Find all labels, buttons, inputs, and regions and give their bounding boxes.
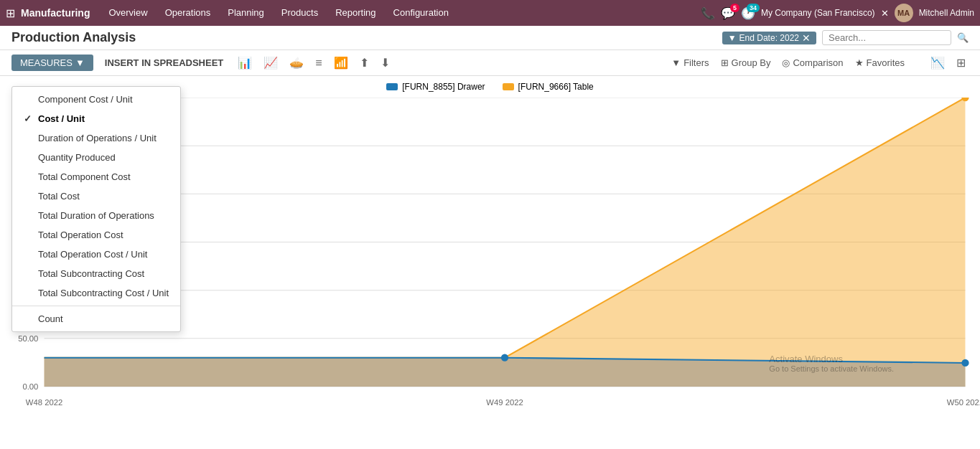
legend-item-drawer: [FURN_8855] Drawer <box>386 82 485 92</box>
nav-planning[interactable]: Planning <box>220 0 271 26</box>
comparison-action[interactable]: ◎ Comparison <box>782 57 843 68</box>
star-icon: ★ <box>855 57 864 68</box>
toolbar-right: ▼ Filters ⊞ Group By ◎ Comparison ★ Favo… <box>671 55 969 71</box>
search-input[interactable] <box>822 30 951 45</box>
chat-icon-btn[interactable]: 💬 5 <box>721 6 735 20</box>
pie-chart-icon-btn[interactable]: 🥧 <box>286 55 307 71</box>
dropdown-item-label: Quantity Produced <box>38 152 116 163</box>
nav-configuration[interactable]: Configuration <box>386 0 456 26</box>
dropdown-item-total-cost[interactable]: Total Cost <box>12 186 180 206</box>
comparison-icon: ◎ <box>782 57 790 68</box>
top-nav: ⊞ Manufacturing Overview Operations Plan… <box>0 0 980 26</box>
line-chart-icon-btn[interactable]: 📈 <box>261 55 281 71</box>
comparison-label: Comparison <box>793 57 843 68</box>
sort-asc-icon-btn[interactable]: ⬆ <box>357 55 372 71</box>
dropdown-item-label: Total Duration of Operations <box>38 210 154 221</box>
area-chart-view-btn[interactable]: 📉 <box>928 55 948 71</box>
dropdown-item-label: Duration of Operations / Unit <box>38 133 157 143</box>
nav-products[interactable]: Products <box>274 0 325 26</box>
phone-icon-btn[interactable]: 📞 <box>701 6 715 20</box>
nav-operations[interactable]: Operations <box>158 0 218 26</box>
funnel-chart-icon-btn[interactable]: ≡ <box>312 55 325 71</box>
page-title: Production Analysis <box>11 30 136 45</box>
chart-type-icons: 📊 📈 🥧 ≡ 📶 ⬆ ⬇ <box>235 55 392 71</box>
nav-reporting[interactable]: Reporting <box>328 0 383 26</box>
app-grid-icon[interactable]: ⊞ <box>6 6 15 20</box>
sort-desc-icon-btn[interactable]: ⬇ <box>378 55 393 71</box>
legend-color-drawer <box>386 83 398 90</box>
sub-header: Production Analysis ▼ End Date: 2022 ✕ 🔍 <box>0 26 980 50</box>
filters-action[interactable]: ▼ Filters <box>671 57 709 68</box>
company-name: My Company (San Francisco) <box>761 8 875 18</box>
group-by-icon: ⊞ <box>721 57 729 68</box>
legend-color-table <box>503 83 514 90</box>
filters-label: Filters <box>683 57 709 68</box>
column-chart-icon-btn[interactable]: 📶 <box>331 55 351 71</box>
dropdown-item-label: Component Cost / Unit <box>38 94 133 105</box>
filter-close-btn[interactable]: ✕ <box>802 33 811 43</box>
table-view-btn[interactable]: ⊞ <box>953 55 969 71</box>
dropdown-item-label: Total Component Cost <box>38 171 131 182</box>
svg-text:W49 2022: W49 2022 <box>486 398 523 407</box>
dropdown-item-label: Total Operation Cost <box>38 230 123 240</box>
svg-text:50.00: 50.00 <box>18 334 38 343</box>
nav-overview[interactable]: Overview <box>101 0 154 26</box>
close-icon[interactable]: ✕ <box>881 8 889 19</box>
insert-spreadsheet-button[interactable]: INSERT IN SPREADSHEET <box>99 55 229 71</box>
chat-badge: 5 <box>730 4 739 12</box>
dropdown-item-total-duration-ops[interactable]: Total Duration of Operations <box>12 206 180 225</box>
group-by-action[interactable]: ⊞ Group By <box>721 57 771 68</box>
dropdown-item-total-operation-cost-unit[interactable]: Total Operation Cost / Unit <box>12 245 180 264</box>
dropdown-item-total-operation-cost[interactable]: Total Operation Cost <box>12 225 180 245</box>
favorites-label: Favorites <box>867 57 905 68</box>
measures-button[interactable]: MEASURES ▼ <box>11 55 93 71</box>
svg-text:0.00: 0.00 <box>22 382 38 391</box>
toolbar: MEASURES ▼ INSERT IN SPREADSHEET 📊 📈 🥧 ≡… <box>0 50 980 76</box>
app-name: Manufacturing <box>21 7 90 19</box>
dropdown-item-duration-ops-unit[interactable]: Duration of Operations / Unit <box>12 128 180 148</box>
measures-label: MEASURES <box>20 57 73 68</box>
legend-label-table: [FURN_9666] Table <box>518 82 594 92</box>
bar-chart-icon-btn[interactable]: 📊 <box>235 55 255 71</box>
filter-funnel-icon: ▼ <box>671 57 681 68</box>
dropdown-item-label: Total Cost <box>38 191 80 202</box>
svg-text:W48 2022: W48 2022 <box>26 398 62 407</box>
dropdown-item-quantity-produced[interactable]: Quantity Produced <box>12 148 180 167</box>
dropdown-item-label: Cost / Unit <box>38 113 85 124</box>
favorites-action[interactable]: ★ Favorites <box>855 57 905 68</box>
check-icon-selected: ✓ <box>24 113 34 124</box>
dropdown-item-cost-unit[interactable]: ✓ Cost / Unit <box>12 109 180 128</box>
dropdown-item-label: Total Subcontracting Cost / Unit <box>38 288 169 298</box>
legend-item-table: [FURN_9666] Table <box>503 82 594 92</box>
filter-icon: ▼ <box>728 33 737 43</box>
drawer-point-w49 <box>501 354 508 361</box>
group-by-label: Group By <box>732 57 771 68</box>
dropdown-item-label: Count <box>38 313 63 324</box>
insert-label: INSERT IN SPREADSHEET <box>105 57 223 68</box>
search-icon[interactable]: 🔍 <box>957 32 969 43</box>
dropdown-item-component-cost-unit[interactable]: Component Cost / Unit <box>12 90 180 109</box>
dropdown-item-label: Total Operation Cost / Unit <box>38 249 147 260</box>
user-avatar[interactable]: MA <box>895 4 913 22</box>
svg-text:W50 2022: W50 2022 <box>947 398 980 407</box>
legend-label-drawer: [FURN_8855] Drawer <box>402 82 485 92</box>
drawer-point-w50 <box>961 359 969 367</box>
clock-icon-btn[interactable]: 🕐 34 <box>741 6 755 20</box>
dropdown-item-total-subcontracting-cost[interactable]: Total Subcontracting Cost <box>12 264 180 283</box>
measures-chevron-icon: ▼ <box>75 57 85 68</box>
user-name: Mitchell Admin <box>919 8 974 18</box>
clock-badge: 34 <box>747 4 760 12</box>
filter-tag-label: End Date: 2022 <box>739 33 799 43</box>
dropdown-item-count[interactable]: Count <box>12 309 180 329</box>
dropdown-item-total-component-cost[interactable]: Total Component Cost <box>12 167 180 186</box>
dropdown-item-label: Total Subcontracting Cost <box>38 268 144 279</box>
dropdown-divider <box>12 306 180 306</box>
dropdown-item-total-subcontracting-cost-unit[interactable]: Total Subcontracting Cost / Unit <box>12 283 180 303</box>
nav-right: 📞 💬 5 🕐 34 My Company (San Francisco) ✕ … <box>701 4 974 22</box>
filter-tag[interactable]: ▼ End Date: 2022 ✕ <box>722 32 816 44</box>
measures-dropdown: Component Cost / Unit ✓ Cost / Unit Dura… <box>11 86 181 332</box>
